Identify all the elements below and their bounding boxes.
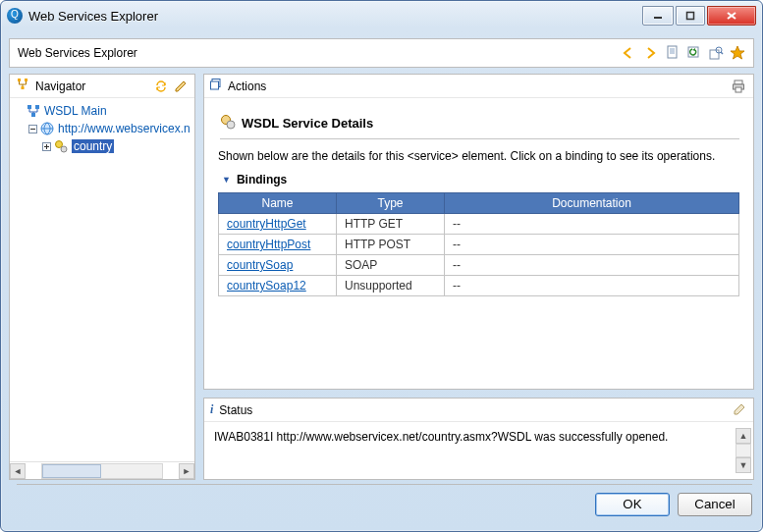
- binding-doc: --: [445, 255, 739, 276]
- col-name: Name: [219, 193, 337, 214]
- navigator-icon: [16, 78, 29, 94]
- maximize-button[interactable]: [676, 6, 705, 26]
- binding-link[interactable]: countrySoap: [227, 258, 293, 272]
- body-row: Navigator WSDL Main: [9, 74, 754, 480]
- footer: OK Cancel: [9, 480, 754, 523]
- svg-rect-12: [18, 79, 21, 81]
- document-icon[interactable]: [665, 45, 681, 61]
- scroll-right-icon[interactable]: ►: [179, 463, 194, 479]
- binding-link[interactable]: countryHttpGet: [227, 217, 306, 231]
- svg-point-24: [56, 141, 63, 148]
- table-row: countrySoap12 Unsupported --: [219, 276, 739, 296]
- svg-rect-30: [736, 87, 741, 92]
- table-row: countryHttpPost HTTP POST --: [219, 235, 739, 255]
- clear-icon[interactable]: [732, 402, 747, 418]
- col-type: Type: [337, 193, 445, 214]
- scroll-thumb[interactable]: [42, 464, 101, 478]
- status-title: Status: [219, 403, 726, 417]
- separator: [17, 484, 752, 485]
- close-button[interactable]: [707, 6, 756, 26]
- expander-minus-icon[interactable]: [26, 125, 39, 133]
- expander-plus-icon[interactable]: [39, 142, 53, 151]
- tree-wsdl-label[interactable]: http://www.webservicex.n: [58, 122, 191, 135]
- svg-rect-15: [27, 105, 31, 109]
- navigator-panel: Navigator WSDL Main: [9, 74, 195, 480]
- navigator-hscroll[interactable]: ◄ ►: [10, 461, 194, 479]
- close-icon: [726, 11, 737, 21]
- svg-line-11: [721, 52, 723, 54]
- status-vscroll[interactable]: ▲ ▼: [736, 428, 751, 473]
- scroll-track[interactable]: [736, 444, 751, 457]
- svg-rect-17: [31, 113, 35, 117]
- svg-rect-4: [668, 46, 677, 58]
- status-header: i Status: [204, 399, 753, 422]
- info-icon: i: [210, 402, 213, 417]
- window-title: Web Services Explorer: [28, 9, 640, 24]
- svg-rect-9: [710, 50, 719, 59]
- navigator-tree[interactable]: WSDL Main http://www.webservicex.n count…: [10, 98, 194, 461]
- binding-type: HTTP POST: [337, 235, 445, 255]
- window-frame: Web Services Explorer Web Services Explo…: [0, 0, 763, 532]
- tree-root-label[interactable]: WSDL Main: [44, 104, 107, 118]
- lookup-icon[interactable]: [708, 45, 724, 61]
- restore-icon[interactable]: [210, 79, 222, 93]
- table-row: countrySoap SOAP --: [219, 255, 739, 276]
- tree-service[interactable]: country: [12, 137, 192, 155]
- service-icon: [220, 114, 236, 133]
- status-panel: i Status IWAB0381I http://www.webservice…: [203, 398, 754, 480]
- svg-rect-14: [22, 86, 25, 89]
- forward-icon[interactable]: [643, 45, 659, 61]
- details-note: Shown below are the details for this <se…: [218, 149, 739, 163]
- col-doc: Documentation: [445, 193, 739, 214]
- minimize-button[interactable]: [642, 6, 674, 26]
- app-icon: [7, 8, 23, 24]
- star-icon[interactable]: [730, 45, 745, 61]
- actions-title: Actions: [228, 80, 726, 93]
- header-toolbar: [622, 45, 745, 61]
- svg-rect-28: [735, 80, 742, 84]
- ok-button[interactable]: OK: [595, 493, 670, 516]
- window-controls: [640, 6, 756, 26]
- actions-body: WSDL Service Details Shown below are the…: [204, 98, 753, 310]
- binding-link[interactable]: countrySoap12: [227, 279, 306, 293]
- sync-icon[interactable]: [153, 79, 169, 94]
- minimize-icon: [653, 11, 663, 21]
- details-heading: WSDL Service Details: [220, 114, 739, 139]
- cancel-button[interactable]: Cancel: [678, 493, 752, 516]
- globe-icon: [39, 121, 55, 136]
- bindings-section[interactable]: ▼ Bindings: [222, 173, 739, 186]
- scroll-up-icon[interactable]: ▲: [736, 428, 751, 444]
- scroll-track[interactable]: [41, 463, 163, 479]
- right-column: Actions WSDL Service Details Shown below…: [203, 74, 754, 480]
- tree-wsdl[interactable]: http://www.webservicex.n: [12, 120, 192, 137]
- svg-point-32: [227, 121, 235, 129]
- svg-rect-27: [211, 81, 219, 89]
- binding-type: HTTP GET: [337, 214, 445, 235]
- binding-doc: --: [445, 235, 739, 255]
- table-header-row: Name Type Documentation: [219, 193, 739, 214]
- back-icon[interactable]: [622, 45, 637, 61]
- scroll-down-icon[interactable]: ▼: [736, 457, 751, 473]
- maximize-icon: [685, 11, 695, 21]
- caret-down-icon: ▼: [222, 175, 231, 185]
- binding-type: SOAP: [337, 255, 445, 276]
- refresh-icon[interactable]: [686, 45, 702, 61]
- svg-rect-1: [687, 13, 694, 20]
- status-body: IWAB0381I http://www.webservicex.net/cou…: [204, 422, 753, 479]
- actions-header: Actions: [204, 75, 753, 98]
- actions-panel: Actions WSDL Service Details Shown below…: [203, 74, 754, 390]
- binding-link[interactable]: countryHttpPost: [227, 238, 310, 251]
- edit-icon[interactable]: [173, 79, 189, 94]
- scroll-left-icon[interactable]: ◄: [10, 463, 26, 479]
- navigator-title: Navigator: [35, 80, 147, 93]
- svg-point-25: [61, 146, 67, 152]
- binding-doc: --: [445, 214, 739, 235]
- titlebar[interactable]: Web Services Explorer: [1, 1, 762, 30]
- status-message: IWAB0381I http://www.webservicex.net/cou…: [214, 430, 668, 444]
- navigator-header: Navigator: [10, 75, 194, 98]
- tree-service-label[interactable]: country: [72, 139, 114, 153]
- table-row: countryHttpGet HTTP GET --: [219, 214, 739, 235]
- bindings-table: Name Type Documentation countryHttpGet H…: [218, 192, 739, 296]
- print-icon[interactable]: [732, 79, 747, 94]
- tree-root[interactable]: WSDL Main: [12, 102, 192, 120]
